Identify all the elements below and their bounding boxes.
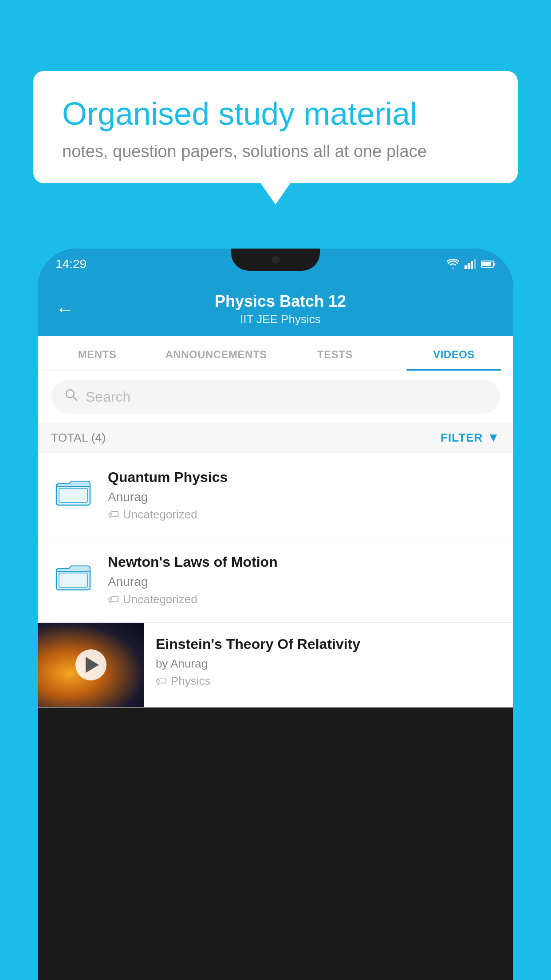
tab-tests[interactable]: TESTS <box>276 336 394 371</box>
svg-rect-10 <box>59 488 87 502</box>
tag-label: Physics <box>171 674 211 688</box>
search-bar[interactable]: Search <box>51 380 500 414</box>
phone-screen: Search TOTAL (4) FILTER ▼ <box>38 371 513 707</box>
tab-ments[interactable]: MENTS <box>38 336 157 371</box>
video-title: Newton's Laws of Motion <box>108 554 500 570</box>
signal-icon <box>464 259 476 269</box>
svg-rect-1 <box>468 263 470 269</box>
folder-icon-wrap <box>51 556 95 596</box>
svg-rect-6 <box>494 263 495 265</box>
list-item[interactable]: Quantum Physics Anurag 🏷 Uncategorized <box>38 453 513 538</box>
tag-icon: 🏷 <box>108 593 119 606</box>
folder-icon <box>55 476 91 507</box>
play-button[interactable] <box>75 649 106 680</box>
video-thumbnail <box>38 623 144 707</box>
svg-rect-5 <box>482 262 491 266</box>
header-title-area: Physics Batch 12 IIT JEE Physics <box>87 292 473 326</box>
video-list: Quantum Physics Anurag 🏷 Uncategorized <box>38 453 513 707</box>
video-tag: 🏷 Uncategorized <box>108 508 500 522</box>
video-tag: 🏷 Uncategorized <box>108 593 500 606</box>
svg-line-8 <box>73 397 77 401</box>
notch <box>231 249 320 271</box>
folder-icon <box>55 561 91 592</box>
svg-rect-0 <box>464 265 467 269</box>
svg-rect-2 <box>471 261 473 269</box>
status-time: 14:29 <box>55 257 87 271</box>
filter-button[interactable]: FILTER ▼ <box>441 431 500 445</box>
search-icon <box>64 388 79 406</box>
status-bar: 14:29 <box>38 249 513 280</box>
tag-icon: 🏷 <box>108 508 119 522</box>
video-author: Anurag <box>108 575 500 589</box>
video-author: Anurag <box>108 490 500 504</box>
tag-icon: 🏷 <box>156 674 167 688</box>
list-item[interactable]: Einstein's Theory Of Relativity by Anura… <box>38 623 513 707</box>
video-title: Einstein's Theory Of Relativity <box>156 636 502 652</box>
camera-dot <box>272 256 279 264</box>
video-info: Newton's Laws of Motion Anurag 🏷 Uncateg… <box>108 554 500 606</box>
total-count: TOTAL (4) <box>51 431 106 445</box>
tab-videos[interactable]: VIDEOS <box>394 336 513 371</box>
filter-bar: TOTAL (4) FILTER ▼ <box>38 423 513 453</box>
status-icons <box>447 259 496 269</box>
header-title: Physics Batch 12 <box>87 292 473 311</box>
list-item[interactable]: Newton's Laws of Motion Anurag 🏷 Uncateg… <box>38 538 513 623</box>
back-button[interactable]: ← <box>55 299 74 320</box>
bubble-title: Organised study material <box>62 95 489 132</box>
tab-bar: MENTS ANNOUNCEMENTS TESTS VIDEOS <box>38 336 513 371</box>
app-header: ← Physics Batch 12 IIT JEE Physics <box>38 280 513 336</box>
tag-label: Uncategorized <box>123 593 197 606</box>
search-bar-wrap: Search <box>38 371 513 423</box>
filter-funnel-icon: ▼ <box>487 431 500 445</box>
svg-rect-12 <box>59 573 87 587</box>
tag-label: Uncategorized <box>123 508 197 522</box>
video-title: Quantum Physics <box>108 469 500 486</box>
folder-icon-wrap <box>51 471 95 511</box>
battery-icon <box>481 260 496 268</box>
video-author: by Anurag <box>156 657 502 671</box>
phone-frame: 14:29 <box>38 249 513 980</box>
svg-rect-3 <box>474 259 476 269</box>
speech-bubble: Organised study material notes, question… <box>33 71 518 183</box>
video-info: Einstein's Theory Of Relativity by Anura… <box>144 623 513 701</box>
search-placeholder: Search <box>86 389 130 405</box>
bubble-subtitle: notes, question papers, solutions all at… <box>62 142 489 161</box>
wifi-icon <box>447 259 459 269</box>
tab-announcements[interactable]: ANNOUNCEMENTS <box>157 336 276 371</box>
video-info: Quantum Physics Anurag 🏷 Uncategorized <box>108 469 500 522</box>
filter-label: FILTER <box>441 431 483 445</box>
play-triangle-icon <box>86 657 99 673</box>
video-tag: 🏷 Physics <box>156 674 502 688</box>
header-subtitle: IIT JEE Physics <box>87 312 473 326</box>
